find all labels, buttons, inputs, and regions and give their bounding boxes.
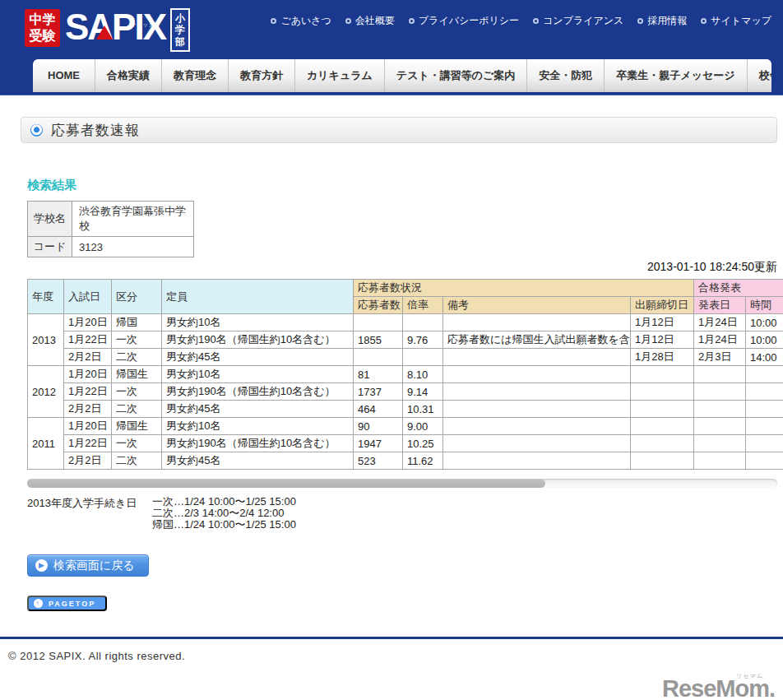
top-link-label: 会社概要 [355,14,395,28]
top-link-label: コンプライアンス [543,14,623,28]
cell-date: 1月22日 [64,383,112,401]
table-row: 1月22日一次男女約190名（帰国生約10名含む）17379.14 [28,383,783,401]
cell-category: 二次 [112,452,162,470]
cell-applicants: 81 [354,366,403,383]
table-row: 20121月20日帰国生男女約10名818.10 [28,366,783,383]
up-arrow-circle-icon: ↑ [34,599,43,608]
division-badge: 小学部 [170,8,190,52]
cell-ratio: 9.14 [403,383,443,401]
nav-tab[interactable]: 教育理念 [162,59,229,92]
col-header: 備考 [443,297,631,314]
top-link-label: サイトマップ [711,14,771,28]
top-link[interactable]: 採用情報 [637,14,687,28]
top-link[interactable]: プライバシーポリシー [409,14,519,28]
cell-announce-time [746,383,783,401]
nav-tab[interactable]: 安全・防犯 [527,59,605,92]
nav-tab[interactable]: HOME [33,59,95,92]
cell-announce-date: 1月24日 [694,331,746,349]
cell-remarks [443,349,631,366]
page-title: 応募者数速報 [51,121,140,140]
nav-tab[interactable]: テスト・講習等のご案内 [385,59,528,92]
top-link[interactable]: サイトマップ [701,14,771,28]
cell-capacity: 男女約45名 [162,452,354,470]
sapix-logo[interactable]: 中学受験 SAPIX サピックス 小学部 [25,7,190,52]
cell-remarks [443,435,631,452]
cell-announce-time: 10:00 [746,331,783,349]
cell-ratio: 11.62 [403,452,443,470]
school-info-label: コード [28,237,72,257]
back-button-label: 検索画面に戻る [53,559,135,573]
cell-remarks [443,401,631,418]
procedure-notes: 2013年度入学手続き日 一次…1/24 10:00〜1/25 15:00二次…… [27,496,783,531]
results-table-head: 年度入試日区分定員応募者数状況合格発表応募者数倍率備考出願締切日発表日時間 [28,280,783,314]
horizontal-scrollbar[interactable] [27,479,777,488]
table-row: 20131月20日帰国男女約10名1月12日1月24日10:00 [28,314,783,331]
back-to-search-button[interactable]: ▶ 検索画面に戻る [27,554,149,577]
results-table: 年度入試日区分定員応募者数状況合格発表応募者数倍率備考出願締切日発表日時間 20… [27,279,783,470]
exam-badge: 中学受験 [25,9,60,47]
nav-tab[interactable]: 卒業生・親子メッセージ [605,59,747,92]
pagetop-button[interactable]: ↑ PAGETOP [27,596,107,611]
cell-announce-date [694,401,746,418]
year-cell: 2013 [28,314,64,366]
note-line: 二次…2/3 14:00〜2/4 12:00 [152,508,296,519]
school-info-row: コード3123 [28,237,194,257]
school-info-label: 学校名 [28,202,72,237]
circle-bullet-icon [637,18,643,24]
cell-announce-time: 14:00 [746,349,783,366]
top-link[interactable]: ごあいさつ [271,14,331,28]
cell-date: 1月20日 [64,366,112,383]
col-header: 区分 [112,280,162,314]
cell-category: 帰国 [112,314,162,331]
cell-remarks: 応募者数には帰国生入試出願者数を含む [443,331,631,349]
circle-bullet-icon [409,18,415,24]
top-link[interactable]: コンプライアンス [533,14,623,28]
cell-date: 1月22日 [64,435,112,452]
cell-announce-time [746,401,783,418]
cell-applicants: 90 [354,418,403,435]
year-cell: 2011 [28,418,64,470]
cell-announce-time [746,435,783,452]
cell-category: 一次 [112,435,162,452]
updated-timestamp: 2013-01-10 18:24:50更新 [0,260,777,275]
resemom-watermark: リセマム ReseMom. [662,675,775,700]
cell-announce-date [694,435,746,452]
sapix-wordmark: SAPIX サピックス [60,7,170,47]
cell-capacity: 男女約190名（帰国生約10名含む） [162,331,354,349]
cell-remarks [443,366,631,383]
top-link[interactable]: 会社概要 [345,14,395,28]
col-header: 応募者数 [354,297,403,314]
col-header: 入試日 [64,280,112,314]
cell-ratio: 8.10 [403,366,443,383]
cell-applicants [354,349,403,366]
table-row: 20111月20日帰国生男女約10名909.00 [28,418,783,435]
col-header: 時間 [746,297,783,314]
nav-tab[interactable]: 教育方針 [229,59,295,92]
cell-remarks [443,314,631,331]
page-title-bar: 応募者数速報 [21,117,777,143]
cell-remarks [443,383,631,401]
cell-category: 二次 [112,349,162,366]
cell-applicants: 1855 [354,331,403,349]
footer: © 2012 SAPIX. All rights reserved. リセマム … [0,637,783,700]
cell-capacity: 男女約10名 [162,418,354,435]
cell-announce-date [694,383,746,401]
header-row-1: 年度入試日区分定員応募者数状況合格発表 [28,280,783,297]
cell-deadline: 1月12日 [631,314,694,331]
notes-label: 2013年度入学手続き日 [27,496,152,531]
cell-applicants: 523 [354,452,403,470]
wordmark-ruby: サピックス [131,5,160,44]
cell-capacity: 男女約190名（帰国生約10名含む） [162,383,354,401]
main-nav: HOME合格実績教育理念教育方針カリキュラムテスト・講習等のご案内安全・防犯卒業… [33,59,771,92]
scrollbar-thumb[interactable] [27,479,545,488]
red-triangle-icon [96,25,113,39]
cell-capacity: 男女約10名 [162,314,354,331]
cell-category: 一次 [112,383,162,401]
nav-tab[interactable]: 合格実績 [95,59,162,92]
nav-tab[interactable]: 校舎のご案内 [748,59,771,92]
school-info-table: 学校名渋谷教育学園幕張中学校コード3123 [27,201,194,257]
cell-ratio [403,349,443,366]
cell-date: 1月20日 [64,418,112,435]
table-row: 1月22日一次男女約190名（帰国生約10名含む）18559.76応募者数には帰… [28,331,783,349]
nav-tab[interactable]: カリキュラム [295,59,385,92]
